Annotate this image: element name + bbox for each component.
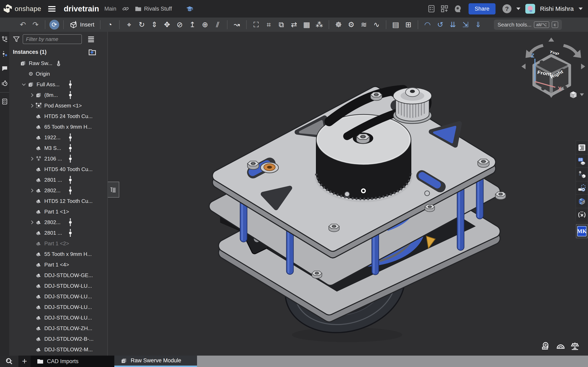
search-tools-button[interactable]: Search tools... alt/⌥ c: [494, 20, 562, 30]
insert-button[interactable]: Insert: [68, 21, 96, 29]
tree-item[interactable]: DDJ-STDLOW-GE...: [9, 270, 107, 281]
add-mate-icon[interactable]: [0, 47, 9, 61]
tree-item[interactable]: 55 Tooth x 9mm H...: [9, 249, 107, 259]
tree-item[interactable]: DDJ-STDLOW-LU...: [9, 302, 107, 312]
expander-right-icon[interactable]: [30, 93, 33, 97]
linear-pattern-icon[interactable]: ▦: [301, 18, 312, 31]
help-button[interactable]: ?: [502, 4, 511, 13]
tree-item[interactable]: DDJ-STDLOW-ZH...: [9, 323, 107, 334]
expander-right-icon[interactable]: [30, 220, 33, 224]
snap-mode-icon[interactable]: ⌗: [263, 18, 274, 31]
relations-icon[interactable]: ☸: [333, 18, 344, 31]
named-positions-icon[interactable]: ⊞: [403, 18, 414, 31]
3d-viewport[interactable]: Y Top Front Right Z X MK: [108, 32, 588, 356]
avatar[interactable]: [525, 4, 535, 14]
dof-indicator-icon[interactable]: [69, 81, 72, 88]
view-options-caret-icon[interactable]: [580, 93, 584, 96]
fastened-mate-icon[interactable]: ⌖: [124, 18, 134, 31]
angle-measure-icon[interactable]: [556, 341, 565, 351]
tree-item[interactable]: 2802...: [9, 185, 107, 196]
tree-item[interactable]: Part 1 <2>: [9, 238, 107, 249]
tree-item[interactable]: Pod Assem <1>: [9, 100, 107, 111]
bom-icon[interactable]: ▤: [390, 18, 401, 31]
view-cube[interactable]: Y Top Front Right Z X: [519, 33, 588, 102]
tree-item[interactable]: Full Ass...: [9, 79, 107, 90]
expander-right-icon[interactable]: [30, 157, 33, 160]
tree-item[interactable]: 2106 ...: [9, 153, 107, 164]
sync-icon[interactable]: ⟳: [49, 20, 59, 30]
add-folder-icon[interactable]: [88, 48, 96, 56]
mk-app-button[interactable]: MK: [576, 224, 588, 238]
structure-tree-icon[interactable]: [0, 32, 9, 47]
measure-icon[interactable]: [542, 341, 551, 351]
animate-insert-icon[interactable]: ⇓: [473, 18, 484, 31]
animate-revolve-icon[interactable]: ◠: [422, 18, 433, 31]
workspace-name[interactable]: Main: [104, 6, 116, 12]
user-name[interactable]: Rishi Mishra: [540, 5, 574, 12]
dof-indicator-icon[interactable]: [69, 229, 72, 237]
expander-right-icon[interactable]: [30, 189, 33, 192]
onshape-logo-icon[interactable]: [3, 4, 12, 13]
tab-search-button[interactable]: [0, 356, 18, 367]
breadcrumb-folder[interactable]: Rivals Stuff: [144, 6, 172, 12]
dof-indicator-icon[interactable]: [69, 218, 72, 226]
configurations-icon[interactable]: [576, 167, 588, 181]
tab-cad-imports[interactable]: CAD Imports: [31, 356, 114, 367]
share-button[interactable]: Share: [468, 3, 495, 15]
outline-panel-icon[interactable]: [576, 141, 588, 154]
logo-wordmark[interactable]: onshape: [15, 5, 41, 13]
group-mate-icon[interactable]: ⛶: [251, 18, 261, 31]
tree-item[interactable]: 65 Tooth x 9mm H...: [9, 122, 107, 132]
animate-collapse-icon[interactable]: ⇲: [460, 18, 471, 31]
tree-item[interactable]: DDJ-STDLOW-LU...: [9, 281, 107, 291]
rack-relation-icon[interactable]: ≋: [359, 18, 369, 31]
tree-item[interactable]: DDJ-STDLOW-LU...: [9, 291, 107, 302]
tree-item[interactable]: 2801 ...: [9, 175, 107, 185]
tree-item[interactable]: DDJ-STDLOW2-B-...: [9, 334, 107, 344]
tab-raw-swerve-module[interactable]: Raw Swerve Module: [114, 356, 197, 367]
explode-icon[interactable]: ⁂: [314, 18, 325, 31]
animate-rotate-icon[interactable]: ↺: [435, 18, 445, 31]
panel-flyout-tab[interactable]: [108, 182, 119, 198]
list-view-icon[interactable]: [87, 35, 95, 43]
parallel-mate-icon[interactable]: ⫽: [212, 18, 223, 31]
insert-part-icon[interactable]: ⧉: [276, 18, 287, 31]
tree-item[interactable]: Raw Sw...: [9, 58, 107, 68]
learning-center-icon[interactable]: [185, 5, 194, 12]
help-caret-icon[interactable]: [516, 8, 520, 10]
gear-relation-icon[interactable]: ⚙: [346, 18, 356, 31]
link-icon[interactable]: [122, 5, 129, 12]
ai-advisor-icon[interactable]: [453, 5, 462, 13]
variables-icon[interactable]: [576, 208, 588, 221]
animate-translate-icon[interactable]: ⇊: [448, 18, 458, 31]
tree-item[interactable]: HTD5 40 Tooth Cu...: [9, 164, 107, 175]
app-store-icon[interactable]: [440, 5, 449, 13]
tree-item[interactable]: HTD5 12 Tooth Cu...: [9, 196, 107, 206]
screw-relation-icon[interactable]: ∿: [371, 18, 382, 31]
dof-indicator-icon[interactable]: [69, 144, 72, 152]
dof-indicator-icon[interactable]: [69, 91, 72, 99]
tasks-icon[interactable]: [427, 5, 435, 13]
section-view-icon[interactable]: ◔: [104, 18, 115, 31]
tree-item[interactable]: DDJ-STDLOW2-M...: [9, 344, 107, 355]
named-views-icon[interactable]: [576, 181, 588, 194]
undo-icon[interactable]: ↶: [17, 18, 28, 31]
expander-down-icon[interactable]: [22, 82, 26, 86]
cylindrical-mate-icon[interactable]: ⊘: [174, 18, 185, 31]
add-tab-button[interactable]: +: [18, 356, 31, 367]
tree-item[interactable]: M3 S...: [9, 143, 107, 153]
planar-mate-icon[interactable]: ✥: [162, 18, 172, 31]
expander-right-icon[interactable]: [30, 104, 33, 108]
tree-item[interactable]: Part 1 <1>: [9, 206, 107, 217]
tree-item[interactable]: Origin: [9, 68, 107, 79]
filter-input[interactable]: [23, 34, 82, 44]
tree-item[interactable]: DDJ-STDLOW-LU...: [9, 312, 107, 323]
comments-icon[interactable]: [0, 61, 9, 76]
dof-indicator-icon[interactable]: [69, 133, 72, 141]
tree-item[interactable]: Part 1 <4>: [9, 259, 107, 270]
ball-mate-icon[interactable]: ⊕: [200, 18, 210, 31]
tree-item[interactable]: HTD5 24 Tooth Cu...: [9, 111, 107, 122]
checklist-icon[interactable]: [0, 94, 9, 109]
slider-mate-icon[interactable]: ⇕: [149, 18, 160, 31]
tree-item[interactable]: (8m...: [9, 90, 107, 100]
